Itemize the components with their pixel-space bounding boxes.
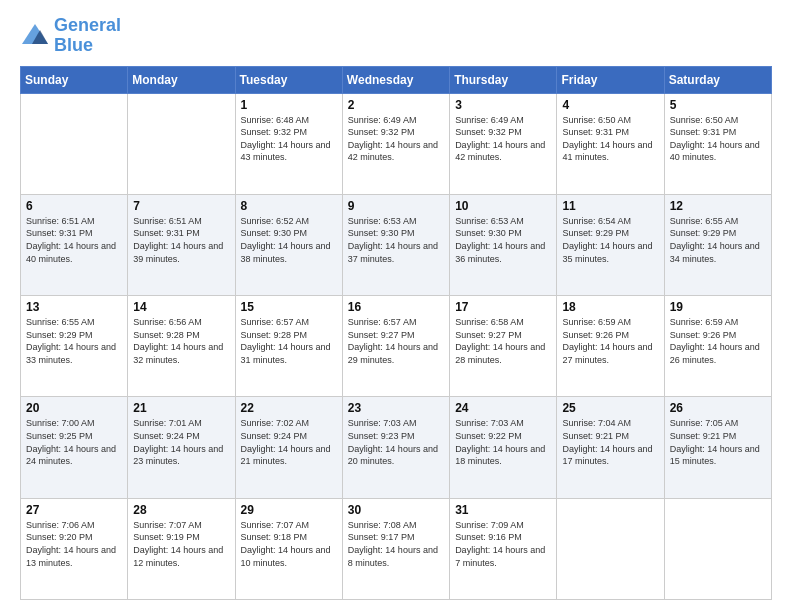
day-cell: 12Sunrise: 6:55 AMSunset: 9:29 PMDayligh… xyxy=(664,194,771,295)
day-info: Sunrise: 6:48 AMSunset: 9:32 PMDaylight:… xyxy=(241,114,337,164)
logo-icon xyxy=(20,22,50,50)
day-cell: 25Sunrise: 7:04 AMSunset: 9:21 PMDayligh… xyxy=(557,397,664,498)
day-info: Sunrise: 7:04 AMSunset: 9:21 PMDaylight:… xyxy=(562,417,658,467)
day-number: 16 xyxy=(348,300,444,314)
day-cell: 6Sunrise: 6:51 AMSunset: 9:31 PMDaylight… xyxy=(21,194,128,295)
weekday-header-sunday: Sunday xyxy=(21,66,128,93)
day-info: Sunrise: 6:49 AMSunset: 9:32 PMDaylight:… xyxy=(455,114,551,164)
day-number: 2 xyxy=(348,98,444,112)
day-cell: 22Sunrise: 7:02 AMSunset: 9:24 PMDayligh… xyxy=(235,397,342,498)
weekday-header-wednesday: Wednesday xyxy=(342,66,449,93)
day-cell: 27Sunrise: 7:06 AMSunset: 9:20 PMDayligh… xyxy=(21,498,128,599)
day-cell: 30Sunrise: 7:08 AMSunset: 9:17 PMDayligh… xyxy=(342,498,449,599)
day-info: Sunrise: 6:53 AMSunset: 9:30 PMDaylight:… xyxy=(348,215,444,265)
day-number: 13 xyxy=(26,300,122,314)
day-cell: 14Sunrise: 6:56 AMSunset: 9:28 PMDayligh… xyxy=(128,296,235,397)
day-number: 5 xyxy=(670,98,766,112)
day-info: Sunrise: 6:51 AMSunset: 9:31 PMDaylight:… xyxy=(133,215,229,265)
day-info: Sunrise: 6:57 AMSunset: 9:27 PMDaylight:… xyxy=(348,316,444,366)
day-cell: 2Sunrise: 6:49 AMSunset: 9:32 PMDaylight… xyxy=(342,93,449,194)
day-number: 9 xyxy=(348,199,444,213)
day-number: 3 xyxy=(455,98,551,112)
page: General Blue SundayMondayTuesdayWednesda… xyxy=(0,0,792,612)
day-info: Sunrise: 6:59 AMSunset: 9:26 PMDaylight:… xyxy=(670,316,766,366)
day-cell: 17Sunrise: 6:58 AMSunset: 9:27 PMDayligh… xyxy=(450,296,557,397)
day-info: Sunrise: 6:55 AMSunset: 9:29 PMDaylight:… xyxy=(26,316,122,366)
day-info: Sunrise: 7:08 AMSunset: 9:17 PMDaylight:… xyxy=(348,519,444,569)
day-info: Sunrise: 6:51 AMSunset: 9:31 PMDaylight:… xyxy=(26,215,122,265)
day-cell: 21Sunrise: 7:01 AMSunset: 9:24 PMDayligh… xyxy=(128,397,235,498)
day-number: 26 xyxy=(670,401,766,415)
day-info: Sunrise: 7:06 AMSunset: 9:20 PMDaylight:… xyxy=(26,519,122,569)
weekday-header-thursday: Thursday xyxy=(450,66,557,93)
day-cell: 9Sunrise: 6:53 AMSunset: 9:30 PMDaylight… xyxy=(342,194,449,295)
week-row-3: 13Sunrise: 6:55 AMSunset: 9:29 PMDayligh… xyxy=(21,296,772,397)
day-info: Sunrise: 6:59 AMSunset: 9:26 PMDaylight:… xyxy=(562,316,658,366)
day-cell: 15Sunrise: 6:57 AMSunset: 9:28 PMDayligh… xyxy=(235,296,342,397)
day-cell: 13Sunrise: 6:55 AMSunset: 9:29 PMDayligh… xyxy=(21,296,128,397)
day-cell: 8Sunrise: 6:52 AMSunset: 9:30 PMDaylight… xyxy=(235,194,342,295)
logo-text: General Blue xyxy=(54,16,121,56)
day-info: Sunrise: 6:56 AMSunset: 9:28 PMDaylight:… xyxy=(133,316,229,366)
day-number: 29 xyxy=(241,503,337,517)
day-cell: 10Sunrise: 6:53 AMSunset: 9:30 PMDayligh… xyxy=(450,194,557,295)
day-info: Sunrise: 7:03 AMSunset: 9:23 PMDaylight:… xyxy=(348,417,444,467)
day-number: 12 xyxy=(670,199,766,213)
day-cell: 5Sunrise: 6:50 AMSunset: 9:31 PMDaylight… xyxy=(664,93,771,194)
weekday-header-row: SundayMondayTuesdayWednesdayThursdayFrid… xyxy=(21,66,772,93)
day-cell: 29Sunrise: 7:07 AMSunset: 9:18 PMDayligh… xyxy=(235,498,342,599)
day-info: Sunrise: 7:00 AMSunset: 9:25 PMDaylight:… xyxy=(26,417,122,467)
logo: General Blue xyxy=(20,16,121,56)
week-row-1: 1Sunrise: 6:48 AMSunset: 9:32 PMDaylight… xyxy=(21,93,772,194)
day-info: Sunrise: 6:52 AMSunset: 9:30 PMDaylight:… xyxy=(241,215,337,265)
day-number: 8 xyxy=(241,199,337,213)
day-info: Sunrise: 6:53 AMSunset: 9:30 PMDaylight:… xyxy=(455,215,551,265)
day-number: 27 xyxy=(26,503,122,517)
day-info: Sunrise: 7:09 AMSunset: 9:16 PMDaylight:… xyxy=(455,519,551,569)
day-number: 28 xyxy=(133,503,229,517)
day-cell xyxy=(21,93,128,194)
day-info: Sunrise: 7:05 AMSunset: 9:21 PMDaylight:… xyxy=(670,417,766,467)
day-info: Sunrise: 7:01 AMSunset: 9:24 PMDaylight:… xyxy=(133,417,229,467)
day-number: 14 xyxy=(133,300,229,314)
day-info: Sunrise: 6:58 AMSunset: 9:27 PMDaylight:… xyxy=(455,316,551,366)
day-cell: 19Sunrise: 6:59 AMSunset: 9:26 PMDayligh… xyxy=(664,296,771,397)
day-cell xyxy=(664,498,771,599)
day-number: 24 xyxy=(455,401,551,415)
day-info: Sunrise: 6:55 AMSunset: 9:29 PMDaylight:… xyxy=(670,215,766,265)
day-info: Sunrise: 6:49 AMSunset: 9:32 PMDaylight:… xyxy=(348,114,444,164)
day-info: Sunrise: 7:02 AMSunset: 9:24 PMDaylight:… xyxy=(241,417,337,467)
day-number: 20 xyxy=(26,401,122,415)
day-cell xyxy=(128,93,235,194)
day-number: 1 xyxy=(241,98,337,112)
day-number: 10 xyxy=(455,199,551,213)
day-info: Sunrise: 6:57 AMSunset: 9:28 PMDaylight:… xyxy=(241,316,337,366)
day-cell: 26Sunrise: 7:05 AMSunset: 9:21 PMDayligh… xyxy=(664,397,771,498)
day-cell xyxy=(557,498,664,599)
day-cell: 1Sunrise: 6:48 AMSunset: 9:32 PMDaylight… xyxy=(235,93,342,194)
day-number: 21 xyxy=(133,401,229,415)
day-cell: 31Sunrise: 7:09 AMSunset: 9:16 PMDayligh… xyxy=(450,498,557,599)
weekday-header-friday: Friday xyxy=(557,66,664,93)
day-cell: 18Sunrise: 6:59 AMSunset: 9:26 PMDayligh… xyxy=(557,296,664,397)
week-row-4: 20Sunrise: 7:00 AMSunset: 9:25 PMDayligh… xyxy=(21,397,772,498)
weekday-header-tuesday: Tuesday xyxy=(235,66,342,93)
day-cell: 11Sunrise: 6:54 AMSunset: 9:29 PMDayligh… xyxy=(557,194,664,295)
day-cell: 3Sunrise: 6:49 AMSunset: 9:32 PMDaylight… xyxy=(450,93,557,194)
day-info: Sunrise: 7:07 AMSunset: 9:18 PMDaylight:… xyxy=(241,519,337,569)
calendar-table: SundayMondayTuesdayWednesdayThursdayFrid… xyxy=(20,66,772,600)
day-number: 17 xyxy=(455,300,551,314)
day-number: 15 xyxy=(241,300,337,314)
day-cell: 16Sunrise: 6:57 AMSunset: 9:27 PMDayligh… xyxy=(342,296,449,397)
day-info: Sunrise: 7:03 AMSunset: 9:22 PMDaylight:… xyxy=(455,417,551,467)
header: General Blue xyxy=(20,16,772,56)
day-number: 18 xyxy=(562,300,658,314)
weekday-header-monday: Monday xyxy=(128,66,235,93)
weekday-header-saturday: Saturday xyxy=(664,66,771,93)
day-info: Sunrise: 6:54 AMSunset: 9:29 PMDaylight:… xyxy=(562,215,658,265)
day-info: Sunrise: 6:50 AMSunset: 9:31 PMDaylight:… xyxy=(670,114,766,164)
day-number: 6 xyxy=(26,199,122,213)
day-cell: 28Sunrise: 7:07 AMSunset: 9:19 PMDayligh… xyxy=(128,498,235,599)
day-number: 22 xyxy=(241,401,337,415)
day-cell: 7Sunrise: 6:51 AMSunset: 9:31 PMDaylight… xyxy=(128,194,235,295)
